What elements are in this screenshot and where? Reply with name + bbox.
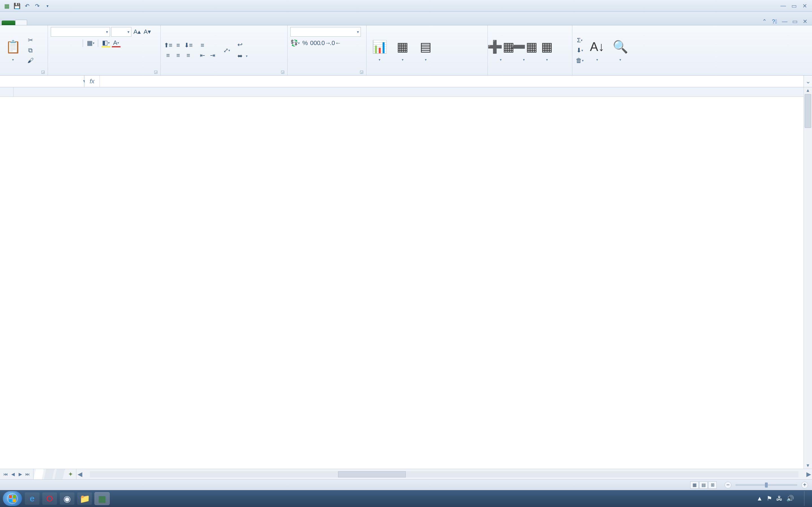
close-button[interactable]: ✕	[801, 3, 809, 9]
start-button[interactable]	[3, 491, 22, 506]
taskbar-explorer-icon[interactable]: 📁	[77, 492, 92, 505]
font-size-combo[interactable]: ▾	[111, 27, 132, 37]
page-layout-view-icon[interactable]: ▤	[699, 482, 708, 489]
restore-button[interactable]: ▭	[790, 3, 798, 9]
number-format-combo[interactable]: ▾	[290, 27, 361, 37]
add-sheet-icon[interactable]: ✦	[65, 469, 76, 480]
italic-button[interactable]	[61, 39, 70, 47]
insert-cells-button[interactable]: ➕▦ ▾	[491, 38, 511, 63]
paste-button[interactable]: 📋 ▾	[3, 38, 23, 63]
align-bottom-icon[interactable]: ⬇≡	[184, 41, 193, 50]
redo-icon[interactable]: ↷	[33, 2, 41, 10]
shrink-font-icon[interactable]: A▾	[143, 27, 152, 36]
taskbar-excel-icon[interactable]: ▦	[95, 492, 109, 505]
cell-styles-button[interactable]: ▤ ▾	[416, 38, 436, 63]
normal-view-icon[interactable]: ▦	[690, 482, 699, 489]
scroll-right-icon[interactable]: ▶	[805, 471, 812, 478]
undo-icon[interactable]: ↶	[23, 2, 31, 10]
sheet-tab-1[interactable]	[34, 469, 44, 480]
zoom-out-icon[interactable]: −	[725, 482, 731, 489]
sheet-last-icon[interactable]: ⏭	[24, 471, 31, 478]
increase-decimal-icon[interactable]: .0→	[321, 39, 330, 47]
taskbar-ie-icon[interactable]: e	[25, 492, 40, 505]
fx-icon[interactable]: fx	[85, 75, 100, 87]
accounting-icon[interactable]: 💱▾	[290, 39, 299, 47]
taskbar-chrome-icon[interactable]: ◉	[60, 492, 74, 505]
vertical-scrollbar[interactable]: ▲ ▼	[804, 87, 812, 469]
align-center-icon[interactable]: ≡	[174, 51, 183, 60]
decrease-indent-icon[interactable]: ⇤	[198, 51, 207, 60]
zoom-in-icon[interactable]: +	[801, 482, 808, 489]
align-bottom-sel-icon[interactable]: ≡	[198, 41, 207, 50]
decrease-decimal-icon[interactable]: .0←	[331, 39, 340, 47]
formula-input[interactable]	[100, 75, 804, 87]
name-box[interactable]: ▾	[0, 75, 85, 87]
minimize-button[interactable]: ―	[779, 3, 787, 9]
clipboard-launcher-icon[interactable]: ◲	[41, 69, 45, 74]
name-box-input[interactable]	[0, 75, 83, 87]
sheet-next-icon[interactable]: ▶	[17, 471, 24, 478]
wrap-text-button[interactable]: ↩	[236, 41, 249, 49]
format-as-table-button[interactable]: ▦ ▾	[393, 38, 413, 63]
font-color-icon[interactable]: A▾	[112, 39, 121, 47]
comma-icon[interactable]: 000	[311, 39, 320, 47]
increase-indent-icon[interactable]: ⇥	[208, 51, 217, 60]
align-top-icon[interactable]: ⬆≡	[163, 41, 172, 50]
align-right-icon[interactable]: ≡	[184, 51, 193, 60]
file-tab[interactable]	[2, 20, 15, 25]
sheet-first-icon[interactable]: ⏮	[2, 471, 9, 478]
formula-bar-expand-icon[interactable]: ⌄	[804, 75, 812, 87]
align-middle-icon[interactable]: ≡	[174, 41, 183, 50]
grow-font-icon[interactable]: A▴	[133, 27, 142, 36]
spreadsheet-grid[interactable]: ▲ ▼	[0, 87, 812, 469]
scroll-left-icon[interactable]: ◀	[77, 471, 83, 478]
percent-icon[interactable]: %	[301, 39, 310, 47]
autosum-icon[interactable]: Σ▾	[575, 36, 584, 45]
tab-insert[interactable]	[27, 20, 38, 25]
font-launcher-icon[interactable]: ◲	[154, 69, 158, 74]
conditional-formatting-button[interactable]: 📊 ▾	[369, 38, 390, 63]
scroll-up-icon[interactable]: ▲	[804, 87, 812, 94]
select-all-corner[interactable]	[0, 87, 13, 97]
copy-icon[interactable]: ⧉	[26, 46, 35, 55]
tab-home[interactable]	[15, 20, 27, 25]
tab-formulas[interactable]	[50, 20, 61, 25]
cut-icon[interactable]: ✂	[26, 36, 35, 45]
sheet-tab-3[interactable]	[54, 469, 65, 480]
scroll-down-icon[interactable]: ▼	[804, 462, 812, 469]
sheet-tab-2[interactable]	[44, 469, 54, 480]
tray-network-icon[interactable]: 🖧	[776, 495, 782, 502]
format-cells-button[interactable]: ▦ ▾	[537, 38, 557, 63]
sort-filter-button[interactable]: A↓ ▾	[587, 38, 607, 63]
fill-icon[interactable]: ⬇▾	[575, 46, 584, 55]
number-launcher-icon[interactable]: ◲	[360, 69, 363, 74]
tray-sound-icon[interactable]: 🔊	[786, 495, 794, 502]
bold-button[interactable]	[51, 39, 60, 47]
fill-color-icon[interactable]: ◧▾	[101, 39, 110, 47]
mdi-close-icon[interactable]: ✕	[801, 18, 809, 25]
horizontal-scrollbar[interactable]: ◀ ▶	[76, 469, 812, 480]
show-desktop-button[interactable]	[804, 491, 809, 506]
ribbon-minimize-icon[interactable]: ⌃	[761, 18, 768, 25]
orientation-icon[interactable]: ⤢▾	[222, 46, 231, 55]
delete-cells-button[interactable]: ➖▦ ▾	[514, 38, 534, 63]
tab-layout[interactable]	[38, 20, 50, 25]
tab-data[interactable]	[61, 20, 72, 25]
tab-view[interactable]	[84, 20, 95, 25]
borders-icon[interactable]: ▦▾	[86, 39, 95, 47]
underline-button[interactable]	[71, 39, 80, 47]
tray-action-icon[interactable]: ⚑	[767, 495, 772, 502]
font-name-combo[interactable]: ▾	[51, 27, 110, 37]
alignment-launcher-icon[interactable]: ◲	[281, 69, 285, 74]
vscroll-thumb[interactable]	[805, 94, 811, 128]
clear-icon[interactable]: 🗑▾	[575, 56, 584, 65]
hscroll-thumb[interactable]	[338, 471, 406, 477]
mdi-minimize-icon[interactable]: ―	[781, 18, 788, 25]
tray-flag-icon[interactable]: ▲	[756, 495, 763, 502]
find-select-button[interactable]: 🔍 ▾	[610, 38, 630, 63]
taskbar-opera-icon[interactable]: O	[42, 492, 57, 505]
page-break-view-icon[interactable]: ⊞	[708, 482, 717, 489]
align-left-icon[interactable]: ≡	[163, 51, 172, 60]
merge-center-button[interactable]: ⬌▾	[236, 52, 249, 60]
tab-review[interactable]	[72, 20, 84, 25]
